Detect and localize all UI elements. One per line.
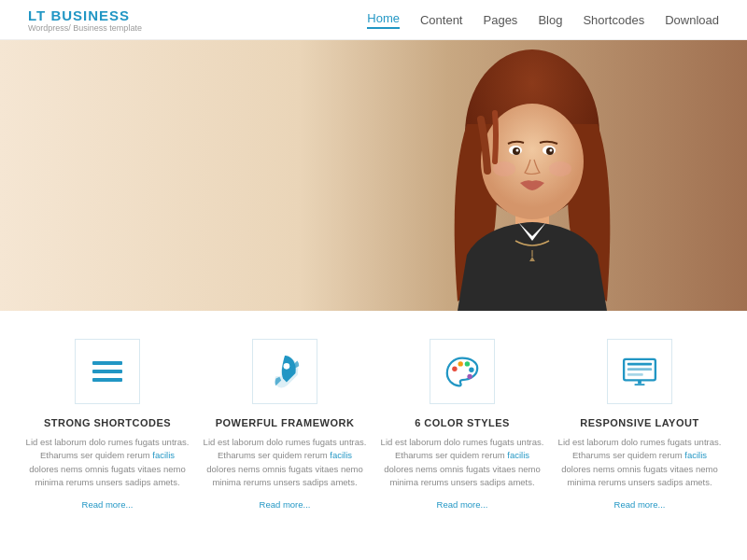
svg-rect-13	[92, 361, 122, 365]
shortcodes-read-more[interactable]: Read more...	[82, 499, 134, 510]
svg-point-16	[284, 363, 290, 370]
framework-text: Lid est laborum dolo rumes fugats untras…	[204, 436, 367, 489]
svg-point-19	[465, 361, 470, 366]
svg-point-8	[550, 149, 553, 152]
responsive-text: Lid est laborum dolo rumes fugats untras…	[558, 436, 722, 489]
feature-colors: 6 COLOR STYLES Lid est laborum dolo rume…	[381, 339, 544, 511]
nav-shortcodes[interactable]: Shortcodes	[583, 13, 644, 27]
brand-title: LT BUSINESS	[28, 7, 142, 23]
svg-rect-25	[627, 373, 643, 376]
nav-download[interactable]: Download	[665, 13, 719, 27]
nav-blog[interactable]: Blog	[538, 13, 562, 27]
feature-responsive: RESPONSIVE LAYOUT Lid est laborum dolo r…	[558, 339, 722, 511]
svg-rect-23	[627, 363, 652, 366]
shortcodes-icon-box	[75, 339, 140, 404]
responsive-title: RESPONSIVE LAYOUT	[558, 417, 722, 428]
svg-point-10	[549, 161, 571, 176]
responsive-read-more[interactable]: Read more...	[614, 499, 666, 510]
nav-content[interactable]: Content	[420, 13, 463, 27]
colors-read-more[interactable]: Read more...	[437, 499, 488, 510]
palette-icon	[444, 355, 481, 388]
framework-read-more[interactable]: Read more...	[260, 499, 311, 510]
colors-text: Lid est laborum dolo rumes fugats untras…	[381, 436, 544, 489]
brand: LT BUSINESS Wordpress/ Business template	[28, 7, 142, 33]
svg-rect-24	[627, 368, 652, 371]
shortcodes-text: Lid est laborum dolo rumes fugats untras…	[26, 436, 190, 489]
feature-framework: POWERFUL FRAMEWORK Lid est laborum dolo …	[204, 339, 367, 511]
colors-title: 6 COLOR STYLES	[381, 417, 544, 428]
svg-rect-26	[638, 380, 641, 384]
nav-home[interactable]: Home	[367, 11, 400, 29]
nav-pages[interactable]: Pages	[484, 13, 518, 27]
features-section: STRONG SHORTCODES Lid est laborum dolo r…	[0, 311, 747, 530]
svg-point-20	[469, 368, 473, 372]
colors-icon-box	[430, 339, 495, 404]
hero-person-illustration	[411, 40, 654, 311]
svg-point-17	[452, 367, 457, 371]
rocket-icon	[267, 354, 303, 389]
main-nav: Home Content Pages Blog Shortcodes Downl…	[367, 11, 719, 29]
layout-icon	[622, 357, 657, 385]
lines-icon	[91, 357, 124, 385]
framework-title: POWERFUL FRAMEWORK	[204, 417, 367, 428]
svg-point-18	[458, 361, 463, 366]
svg-rect-15	[92, 378, 122, 382]
feature-shortcodes: STRONG SHORTCODES Lid est laborum dolo r…	[26, 339, 190, 511]
framework-icon-box	[252, 339, 317, 404]
responsive-icon-box	[607, 339, 672, 404]
brand-subtitle: Wordpress/ Business template	[28, 23, 142, 33]
svg-rect-14	[92, 370, 122, 373]
svg-point-21	[467, 374, 472, 379]
hero-section	[0, 40, 747, 311]
shortcodes-title: STRONG SHORTCODES	[26, 417, 190, 428]
header: LT BUSINESS Wordpress/ Business template…	[0, 0, 747, 40]
svg-rect-27	[634, 384, 644, 385]
svg-point-7	[516, 149, 519, 152]
